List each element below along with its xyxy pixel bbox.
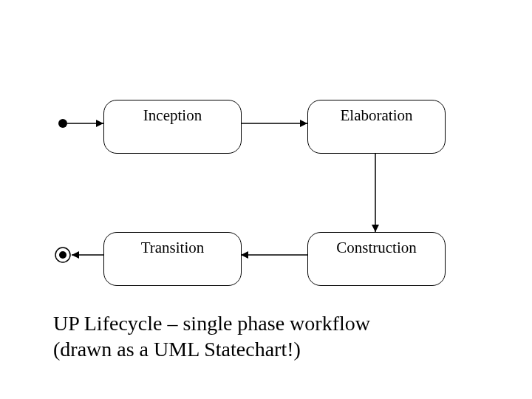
state-label: Elaboration bbox=[341, 106, 413, 125]
state-label: Construction bbox=[336, 239, 417, 257]
state-label: Transition bbox=[141, 239, 205, 257]
svg-marker-1 bbox=[96, 120, 103, 127]
state-transition: Transition bbox=[103, 232, 242, 286]
state-inception: Inception bbox=[103, 100, 242, 154]
svg-marker-7 bbox=[241, 251, 248, 259]
state-construction: Construction bbox=[307, 232, 446, 286]
svg-marker-5 bbox=[372, 225, 379, 232]
state-label: Inception bbox=[143, 106, 202, 125]
svg-marker-9 bbox=[72, 251, 79, 259]
caption-line-1: UP Lifecycle – single phase workflow bbox=[53, 310, 370, 336]
state-elaboration: Elaboration bbox=[307, 100, 446, 154]
svg-marker-3 bbox=[300, 120, 307, 127]
caption-line-2: (drawn as a UML Statechart!) bbox=[53, 336, 370, 362]
diagram-caption: UP Lifecycle – single phase workflow (dr… bbox=[53, 310, 370, 362]
initial-state-icon bbox=[58, 119, 67, 128]
svg-point-10 bbox=[59, 251, 66, 259]
